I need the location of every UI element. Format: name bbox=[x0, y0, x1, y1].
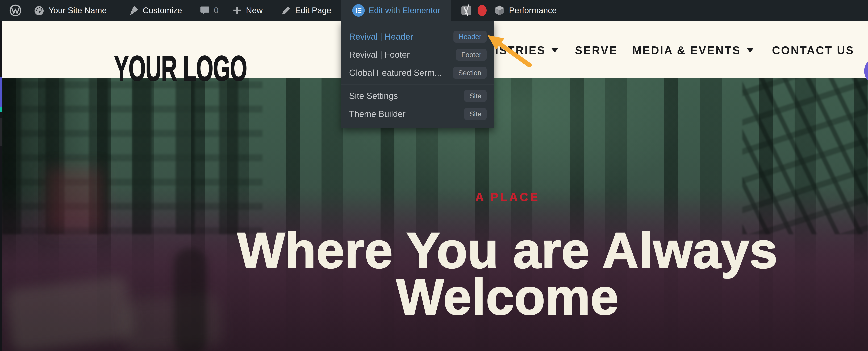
sliver-teal-fragment bbox=[0, 107, 2, 112]
comment-bubble-icon bbox=[199, 5, 210, 16]
menu-item-global-featured-sermon[interactable]: Global Featured Serm... Section bbox=[341, 64, 494, 82]
sliver-blue-fragment bbox=[0, 77, 2, 107]
menu-item-badge: Site bbox=[464, 108, 487, 120]
chevron-down-icon bbox=[747, 48, 753, 53]
w3-total-cache-cube-icon bbox=[493, 4, 505, 17]
sliver-gray-fragment bbox=[0, 118, 2, 146]
hero-buildings-left bbox=[2, 78, 262, 234]
annotation-arrow-icon bbox=[477, 26, 544, 71]
dashboard-gauge-icon bbox=[33, 4, 45, 17]
menu-item-label: Global Featured Serm... bbox=[349, 68, 442, 78]
hero-heading-line2: Welcome bbox=[396, 269, 619, 325]
yoast-menu[interactable] bbox=[460, 0, 474, 21]
menu-item-revival-footer[interactable]: Revival | Footer Footer bbox=[341, 46, 494, 64]
nav-item-media-events[interactable]: MEDIA & EVENTS bbox=[632, 44, 753, 57]
hero-scaffolding-right bbox=[742, 78, 868, 234]
nav-item-serve[interactable]: SERVE bbox=[575, 44, 618, 57]
notification-dot-menu[interactable] bbox=[477, 0, 487, 21]
menu-item-label: Revival | Header bbox=[349, 32, 413, 42]
menu-item-label: Theme Builder bbox=[349, 109, 406, 119]
pencil-icon bbox=[281, 5, 292, 16]
chevron-down-icon bbox=[552, 48, 558, 53]
site-name-label: Your Site Name bbox=[49, 5, 106, 15]
comments-count: 0 bbox=[214, 5, 219, 15]
menu-item-label: Site Settings bbox=[349, 91, 398, 101]
menu-item-badge: Site bbox=[464, 90, 487, 102]
comments-menu[interactable]: 0 bbox=[199, 0, 219, 21]
nav-contact-us-label: CONTACT US bbox=[772, 44, 855, 57]
nav-media-events-label: MEDIA & EVENTS bbox=[632, 44, 741, 57]
menu-item-label: Revival | Footer bbox=[349, 50, 410, 60]
edit-page-menu[interactable]: Edit Page bbox=[281, 0, 331, 21]
yoast-seo-icon bbox=[460, 3, 474, 18]
wordpress-logo-icon bbox=[9, 4, 22, 17]
site-name-menu[interactable]: Your Site Name bbox=[33, 0, 106, 21]
menu-item-site-settings[interactable]: Site Settings Site bbox=[341, 87, 494, 105]
edit-with-elementor-menu[interactable]: Edit with Elementor bbox=[341, 0, 451, 21]
customize-brush-icon bbox=[128, 5, 139, 16]
background-window-sliver bbox=[0, 21, 2, 351]
performance-label: Performance bbox=[509, 5, 557, 15]
nav-item-contact-us[interactable]: CONTACT US bbox=[772, 44, 855, 57]
wp-admin-bar: Your Site Name Customize 0 New bbox=[0, 0, 868, 21]
red-dot-icon bbox=[477, 4, 487, 17]
new-content-menu[interactable]: New bbox=[232, 0, 262, 21]
customize-label: Customize bbox=[143, 5, 182, 15]
menu-item-revival-header[interactable]: Revival | Header Header bbox=[341, 28, 494, 46]
elementor-dropdown-menu: Revival | Header Header Revival | Footer… bbox=[341, 21, 494, 128]
plus-icon bbox=[232, 5, 243, 16]
site-logo[interactable]: YOUR LOGO bbox=[114, 48, 247, 89]
elementor-icon bbox=[352, 4, 365, 17]
edit-page-label: Edit Page bbox=[295, 5, 331, 15]
hero-eyebrow: A PLACE bbox=[2, 191, 868, 204]
screen: Your Site Name Customize 0 New bbox=[0, 0, 868, 351]
customize-menu[interactable]: Customize bbox=[128, 0, 182, 21]
performance-menu[interactable]: Performance bbox=[493, 0, 557, 21]
elementor-label: Edit with Elementor bbox=[369, 5, 440, 15]
menu-item-theme-builder[interactable]: Theme Builder Site bbox=[341, 105, 494, 123]
nav-serve-label: SERVE bbox=[575, 44, 618, 57]
new-label: New bbox=[246, 5, 262, 15]
hero-heading: Where You are Always Welcome bbox=[2, 227, 868, 320]
wp-logo-menu[interactable] bbox=[9, 0, 22, 21]
